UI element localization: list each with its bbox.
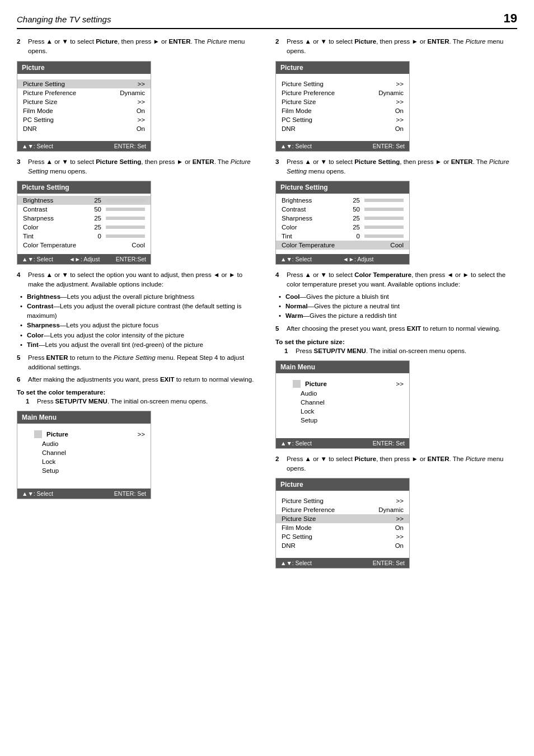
right-step5-num: 5 bbox=[275, 324, 283, 334]
page-title: Changing the TV settings bbox=[17, 15, 111, 24]
right-menu-row-pc-setting: PC Setting>> bbox=[276, 115, 409, 124]
left-step3-text: Press ▲ or ▼ to select Picture Setting, … bbox=[28, 157, 259, 177]
left-mm-spacer: Picture >> bbox=[17, 429, 151, 439]
right-pm2-row-pref: Picture PreferenceDynamic bbox=[276, 505, 409, 514]
right-options-list: Cool—Gives the picture a bluish tint Nor… bbox=[275, 292, 517, 321]
right-picture-menu-footer: ▲▼: Select ENTER: Set bbox=[276, 141, 409, 151]
left-picture-menu-body: Picture Setting>> Picture PreferenceDyna… bbox=[17, 74, 151, 141]
right-step2-num: 2 bbox=[275, 37, 283, 57]
left-menu-row-picture-pref: Picture PreferenceDynamic bbox=[17, 88, 151, 97]
left-step3: 3 Press ▲ or ▼ to select Picture Setting… bbox=[17, 157, 259, 177]
right-step5-text: After choosing the preset you want, pres… bbox=[287, 324, 500, 334]
left-step4: 4 Press ▲ or ▼ to select the option you … bbox=[17, 270, 259, 290]
right-mm-audio: Audio bbox=[276, 389, 409, 398]
left-step2-num: 2 bbox=[17, 37, 25, 57]
left-ct-step1-text: Press SETUP/TV MENU. The initial on-scre… bbox=[37, 397, 208, 406]
left-step5: 5 Press ENTER to return to the Picture S… bbox=[17, 353, 259, 373]
right-pm2-row-setting: Picture Setting>> bbox=[276, 496, 409, 505]
left-main-menu-footer: ▲▼: Select ENTER: Set bbox=[17, 489, 151, 499]
right-ps-step1-num: 1 bbox=[284, 346, 292, 356]
right-mm-picture: Picture >> bbox=[276, 379, 409, 389]
right-picture-menu2-footer: ▲▼: Select ENTER: Set bbox=[276, 558, 409, 568]
right-step4-text: Press ▲ or ▼ to select Color Temperature… bbox=[287, 270, 517, 290]
left-menu-row-picture-setting: Picture Setting>> bbox=[17, 79, 151, 88]
right-option-cool: Cool—Gives the picture a bluish tint bbox=[285, 292, 517, 302]
right-step2b-num: 2 bbox=[275, 454, 283, 474]
left-mm-lock: Lock bbox=[17, 457, 151, 466]
right-ps-sharpness: Sharpness 25 bbox=[276, 214, 409, 223]
left-ps-contrast: Contrast 50 bbox=[17, 205, 151, 214]
left-mm-channel: Channel bbox=[17, 448, 151, 457]
left-column: 2 Press ▲ or ▼ to select Picture, then p… bbox=[17, 37, 259, 574]
left-main-menu-title: Main Menu bbox=[17, 411, 151, 424]
right-step3-text: Press ▲ or ▼ to select Picture Setting, … bbox=[287, 157, 517, 177]
right-pm2-row-dnr: DNROn bbox=[276, 541, 409, 550]
left-picture-menu-title: Picture bbox=[17, 62, 151, 74]
right-ps-brightness: Brightness 25 bbox=[276, 196, 409, 205]
left-picture-menu-footer: ▲▼: Select ENTER: Set bbox=[17, 141, 151, 151]
left-ps-footer: ▲▼: Select ◄►: Adjust ENTER:Set bbox=[17, 254, 151, 264]
left-step2: 2 Press ▲ or ▼ to select Picture, then p… bbox=[17, 37, 259, 57]
left-menu-row-film-mode: Film ModeOn bbox=[17, 106, 151, 115]
left-step2-text: Press ▲ or ▼ to select Picture, then pre… bbox=[28, 37, 259, 57]
left-ps-color-temp: Color Temperature Cool bbox=[17, 241, 151, 250]
left-step6-num: 6 bbox=[17, 375, 25, 384]
left-ps-tint: Tint 0 bbox=[17, 232, 151, 241]
left-mm-setup: Setup bbox=[17, 466, 151, 475]
right-mm-setup: Setup bbox=[276, 416, 409, 425]
right-ps-color-temp: Color Temperature Cool bbox=[276, 241, 409, 250]
left-menu-row-picture-size: Picture Size>> bbox=[17, 97, 151, 106]
right-ps-color: Color 25 bbox=[276, 223, 409, 232]
right-mm-lock: Lock bbox=[276, 407, 409, 416]
left-color-temp-step1: 1 Press SETUP/TV MENU. The initial on-sc… bbox=[17, 397, 259, 406]
right-picture-menu2-title: Picture bbox=[276, 478, 409, 491]
left-step5-num: 5 bbox=[17, 353, 25, 373]
left-option-contrast: Contrast—Lets you adjust the overall pic… bbox=[27, 302, 259, 321]
right-step2-text: Press ▲ or ▼ to select Picture, then pre… bbox=[287, 37, 517, 57]
right-step2: 2 Press ▲ or ▼ to select Picture, then p… bbox=[275, 37, 517, 57]
left-step4-num: 4 bbox=[17, 270, 25, 290]
right-main-menu-footer: ▲▼: Select ENTER: Set bbox=[276, 438, 409, 448]
left-menu-row-dnr: DNROn bbox=[17, 124, 151, 133]
left-main-menu: Main Menu Picture >> Audio Channel Lock bbox=[17, 411, 151, 499]
left-main-menu-body: Picture >> Audio Channel Lock Setup bbox=[17, 424, 151, 489]
left-step3-num: 3 bbox=[17, 157, 25, 177]
right-pm2-row-size: Picture Size>> bbox=[276, 514, 409, 523]
right-ps-contrast: Contrast 50 bbox=[276, 205, 409, 214]
right-step2b: 2 Press ▲ or ▼ to select Picture, then p… bbox=[275, 454, 517, 474]
left-option-sharpness: Sharpness—Lets you adjust the picture fo… bbox=[27, 321, 259, 330]
right-ps-tint: Tint 0 bbox=[276, 232, 409, 241]
right-step4-num: 4 bbox=[275, 270, 283, 290]
right-main-menu-title: Main Menu bbox=[276, 361, 409, 373]
right-picture-menu-title: Picture bbox=[276, 62, 409, 74]
left-ps-sharpness: Sharpness 25 bbox=[17, 214, 151, 223]
right-menu-row-picture-size: Picture Size>> bbox=[276, 97, 409, 106]
right-step3: 3 Press ▲ or ▼ to select Picture Setting… bbox=[275, 157, 517, 177]
right-pm2-row-pc: PC Setting>> bbox=[276, 532, 409, 541]
right-picture-menu-body: Picture Setting>> Picture PreferenceDyna… bbox=[276, 74, 409, 141]
left-option-brightness: Brightness—Lets you adjust the overall p… bbox=[27, 292, 259, 302]
right-ps-footer: ▲▼: Select ◄►: Adjust bbox=[276, 254, 409, 264]
right-main-menu-body: Picture >> Audio Channel Lock Setup bbox=[276, 373, 409, 438]
left-step6-text: After making the adjustments you want, p… bbox=[28, 375, 254, 384]
right-picture-menu2: Picture Picture Setting>> Picture Prefer… bbox=[275, 478, 410, 569]
left-option-tint: Tint—Lets you adjust the overall tint (r… bbox=[27, 340, 259, 350]
left-ct-step1-num: 1 bbox=[26, 397, 34, 406]
left-picture-menu: Picture Picture Setting>> Picture Prefer… bbox=[17, 61, 151, 152]
right-menu-row-dnr: DNROn bbox=[276, 124, 409, 133]
left-menu-row-pc-setting: PC Setting>> bbox=[17, 115, 151, 124]
right-picture-setting-title: Picture Setting bbox=[276, 181, 409, 194]
left-picture-setting-title: Picture Setting bbox=[17, 181, 151, 194]
right-menu-row-picture-setting: Picture Setting>> bbox=[276, 79, 409, 88]
left-picture-setting-menu: Picture Setting Brightness 25 Contrast 5… bbox=[17, 181, 151, 265]
right-ps-step1-text: Press SETUP/TV MENU. The initial on-scre… bbox=[296, 346, 466, 356]
right-main-menu: Main Menu Picture >> Audio Channel Lock bbox=[275, 360, 410, 449]
right-option-normal: Normal—Gives the picture a neutral tint bbox=[285, 302, 517, 311]
right-ps-step1: 1 Press SETUP/TV MENU. The initial on-sc… bbox=[275, 346, 517, 356]
right-menu-row-picture-pref: Picture PreferenceDynamic bbox=[276, 88, 409, 97]
left-color-temp-title: To set the color temperature: bbox=[17, 389, 259, 396]
right-column: 2 Press ▲ or ▼ to select Picture, then p… bbox=[275, 37, 517, 574]
right-menu-row-film-mode: Film ModeOn bbox=[276, 106, 409, 115]
right-option-warm: Warm—Gives the picture a reddish tint bbox=[285, 311, 517, 321]
left-ps-color: Color 25 bbox=[17, 223, 151, 232]
